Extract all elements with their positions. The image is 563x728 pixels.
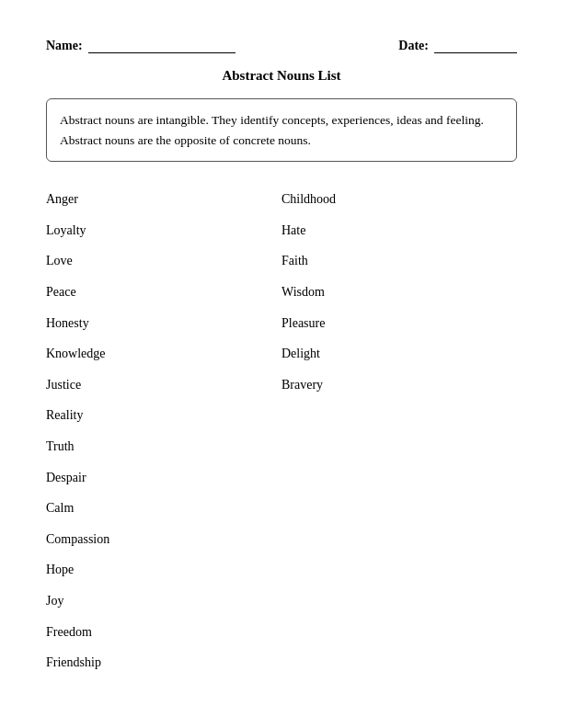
list-item: Joy [46,586,282,617]
date-label: Date: [398,39,429,53]
list-item: Delight [282,338,517,370]
list-item: Faith [282,245,517,277]
nouns-container: AngerLoyaltyLovePeaceHonestyKnowledgeJus… [46,184,517,678]
list-item: Reality [46,400,282,431]
column-left: AngerLoyaltyLovePeaceHonestyKnowledgeJus… [46,184,282,678]
list-item: Compassion [46,524,282,555]
list-item: Hope [46,554,282,586]
list-item: Love [46,245,282,277]
column-right: ChildhoodHateFaithWisdomPleasureDelight … [282,184,517,678]
list-item: Pleasure [282,308,517,339]
header-row: Name: Date: [46,37,517,53]
list-item: Despair [46,462,282,494]
name-label: Name: [46,39,83,53]
list-item: Knowledge [46,338,282,370]
list-item: Freedom [46,617,282,648]
date-underline [434,37,517,53]
description-box: Abstract nouns are intangible. They iden… [46,98,517,162]
list-item: Bravery [282,370,517,401]
list-item: Wisdom [282,277,517,308]
date-field: Date: [398,37,517,53]
list-item: Loyalty [46,215,282,246]
list-item: Calm [46,493,282,524]
page-title: Abstract Nouns List [46,68,517,84]
list-item: Hate [282,215,517,246]
list-item: Anger [46,184,282,215]
list-item: Peace [46,277,282,308]
list-item: Truth [46,431,282,462]
list-item: Justice [46,370,282,401]
list-item: Honesty [46,308,282,339]
name-field: Name: [46,37,236,53]
name-underline [88,37,236,53]
list-item: Friendship [46,647,282,678]
list-item: Childhood [282,184,517,215]
